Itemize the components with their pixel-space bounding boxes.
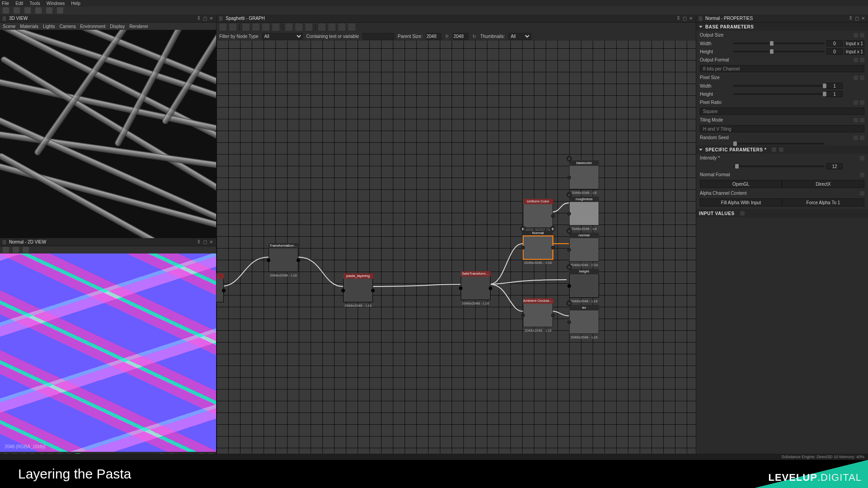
pill-alpha-one[interactable]: Force Alpha To 1 [782,198,864,206]
slider-random-seed[interactable] [733,143,825,145]
space-icon[interactable] [219,23,226,31]
node-badge-icon[interactable]: ◐ [550,226,556,231]
filter-type-select[interactable]: All [262,33,303,40]
menu-help[interactable]: Help [71,1,80,6]
node-safetransform[interactable]: SafeTransform… 2048x2048 - L16 [461,271,491,305]
save-icon[interactable] [24,7,31,14]
output-badge-icon[interactable]: ○ [566,228,572,234]
close-icon[interactable]: ✕ [209,16,213,21]
grip-icon[interactable] [3,240,6,244]
reset-icon[interactable] [860,173,864,177]
pill-opengl[interactable]: OpenGL [700,180,782,188]
node-uniform-color[interactable]: Uniform Color 2048x2048 - L8 [523,199,553,233]
undo-icon[interactable] [46,7,52,14]
value-pixel-width[interactable]: 1 [826,83,843,89]
value-pixel-height[interactable]: 1 [826,91,843,97]
popout-icon[interactable]: ▢ [854,16,859,21]
autolayout-icon[interactable] [305,23,312,31]
popout-icon[interactable]: ▢ [203,240,207,244]
expose-icon[interactable] [854,100,858,105]
output-badge-icon[interactable]: ○ [566,156,572,161]
reset-icon[interactable] [860,136,864,140]
timing-icon[interactable] [252,23,259,31]
info-icon[interactable] [242,23,250,31]
parent-size-w[interactable] [426,33,441,40]
align-h-icon[interactable] [285,23,292,31]
close-icon[interactable]: ✕ [861,16,865,21]
node-output-normal[interactable]: ○ normal 2048x2048 - C16 [569,233,599,267]
graph-canvas[interactable]: … 1 - L16 Transformation… 2048x2048 - L1… [217,41,696,460]
value-output-height[interactable]: 0 [826,48,843,55]
expand-icon[interactable] [348,23,355,31]
toggle-normal-format[interactable]: OpenGL DirectX [700,180,864,188]
tab-display[interactable]: Display [110,24,125,29]
value-intensity[interactable]: 12 [826,163,843,169]
reset-icon[interactable] [860,33,864,38]
pin-icon[interactable]: ⊼ [196,16,201,21]
grip-icon[interactable] [3,16,6,21]
node-output-height[interactable]: ○ height 2048x2048 - L16 [569,269,599,303]
viewport-2d[interactable]: 2048 (RGBA_16bfp) [0,253,216,452]
reset-icon[interactable] [860,156,864,160]
add-icon[interactable] [740,211,745,216]
expose-icon[interactable] [854,75,858,80]
section-input-values[interactable]: INPUT VALUES [696,209,868,217]
reset-icon[interactable] [860,191,864,196]
grip-icon[interactable] [699,16,703,21]
tab-lights[interactable]: Lights [43,24,55,29]
slider-output-width[interactable] [733,42,825,44]
link-icon[interactable] [262,23,269,31]
tab-environment[interactable]: Environment [80,24,105,29]
popout-icon[interactable]: ▢ [682,16,687,21]
pin-icon[interactable]: ⊼ [676,16,680,21]
output-badge-icon[interactable]: ○ [566,192,572,197]
value-output-width[interactable]: 0 [826,40,843,47]
node-output-ao[interactable]: ○ ao 2048x2048 - L16 [569,305,599,339]
section-specific-parameters[interactable]: SPECIFIC PARAMETERS * [696,145,868,154]
node-normal[interactable]: ◐ ◐ Normal 2048x2048 - C16 [523,230,553,265]
reset-icon[interactable] [860,58,864,62]
viewport-3d[interactable] [0,30,216,238]
node-output-roughness[interactable]: ○ roughness 2048x2048 - L8 [569,197,599,231]
dropdown-pixel-ratio[interactable]: Square [700,108,864,115]
menu-windows[interactable]: Windows [47,1,65,6]
slider-pixel-width[interactable] [733,85,825,87]
expose-icon[interactable] [854,58,858,62]
menu-tools[interactable]: Tools [29,1,40,6]
redo-icon[interactable] [57,7,63,14]
close-icon[interactable]: ✕ [209,240,213,244]
output-badge-icon[interactable]: ○ [566,264,572,270]
expose-icon[interactable] [854,118,858,122]
node-output-basecolor[interactable]: ○ basecolor 2048x2048 - L8 [569,160,599,195]
slider-intensity[interactable] [733,165,825,167]
node-input-edge[interactable]: … 1 - L16 [217,273,224,308]
tab-scene[interactable]: Scene [3,24,15,29]
output-badge-icon[interactable]: ○ [566,300,572,306]
cleanup-icon[interactable] [328,23,335,31]
pin-icon[interactable]: ⊼ [848,16,853,21]
section-base-parameters[interactable]: BASE PARAMETERS [696,23,868,31]
tab-renderer[interactable]: Renderer [129,24,148,29]
parent-size-h[interactable] [453,33,468,40]
reset-icon[interactable] [779,147,783,152]
refresh-size-icon[interactable]: ↻ [472,34,476,38]
save-image-icon[interactable] [3,247,9,253]
contain-input[interactable] [363,33,394,40]
node-badge-icon[interactable]: ◐ [520,226,526,231]
reload-icon[interactable] [318,23,326,31]
link-size-icon[interactable]: ⎘ [445,34,449,38]
thumb-select[interactable]: All [509,33,531,40]
copy-icon[interactable] [772,147,776,152]
pin-icon[interactable]: ⊼ [196,240,201,244]
saveall-icon[interactable] [35,7,42,14]
close-icon[interactable]: ✕ [689,16,693,21]
dropdown-output-format[interactable]: 8 bits per Channel [700,65,864,72]
reset-icon[interactable] [860,118,864,122]
toggle-alpha-channel[interactable]: Fill Alpha With Input Force Alpha To 1 [700,198,864,206]
slider-output-height[interactable] [733,51,825,52]
align-v-icon[interactable] [295,23,302,31]
tab-materials[interactable]: Materials [20,24,38,29]
expose-icon[interactable] [854,136,858,140]
snapshot-icon[interactable] [229,23,236,31]
menu-file[interactable]: File [2,1,9,6]
